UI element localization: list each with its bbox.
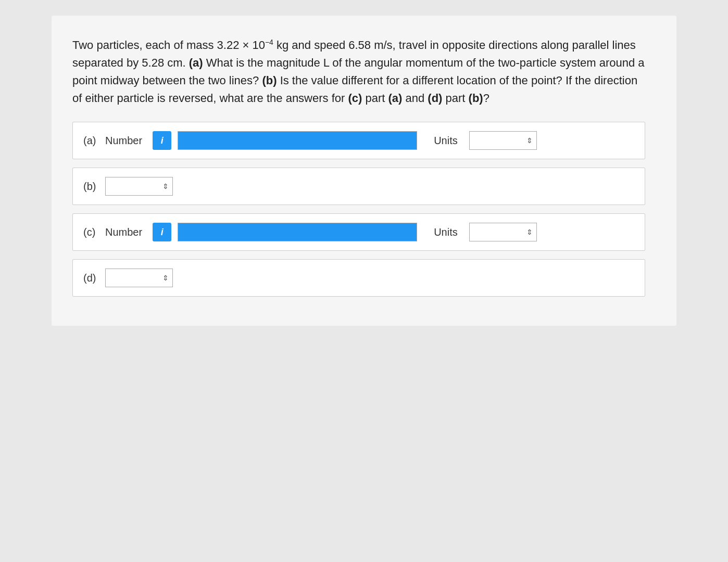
- part-a-number-input[interactable]: [178, 131, 417, 150]
- part-c-label: (c): [83, 226, 99, 238]
- part-c-info-button[interactable]: i: [153, 223, 171, 241]
- part-a-units-select[interactable]: kg·m²/s N·m·s J·s g·cm²/s: [469, 131, 537, 150]
- part-c-units-wrapper: kg·m²/s N·m·s J·s g·cm²/s: [469, 223, 537, 241]
- page-container: Two particles, each of mass 3.22 × 10−4 …: [52, 16, 676, 326]
- part-c-row: (c) Number i Units kg·m²/s N·m·s J·s g·c…: [73, 214, 645, 250]
- part-d-row: (d) Yes No: [73, 260, 645, 296]
- part-c-info-icon: i: [161, 227, 164, 238]
- part-a-info-icon: i: [161, 135, 164, 146]
- part-d-select-wrapper: Yes No: [105, 269, 173, 287]
- part-b-select-wrapper: Yes No: [105, 177, 173, 196]
- part-b-select[interactable]: Yes No: [105, 177, 173, 196]
- part-b-section: (b) Yes No: [72, 168, 645, 205]
- part-d-label: (d): [83, 272, 99, 284]
- part-c-number-input[interactable]: [178, 223, 417, 241]
- part-a-section: (a) Number i Units kg·m²/s N·m·s J·s g·c…: [72, 122, 645, 159]
- part-c-number-label: Number: [105, 226, 142, 238]
- part-b-row: (b) Yes No: [73, 168, 645, 205]
- part-b-label: (b): [83, 181, 99, 193]
- part-a-units-wrapper: kg·m²/s N·m·s J·s g·cm²/s: [469, 131, 537, 150]
- part-d-section: (d) Yes No: [72, 259, 645, 297]
- part-d-select[interactable]: Yes No: [105, 269, 173, 287]
- part-a-label: (a): [83, 135, 99, 147]
- part-a-units-label: Units: [434, 135, 458, 147]
- part-a-row: (a) Number i Units kg·m²/s N·m·s J·s g·c…: [73, 122, 645, 159]
- part-c-units-select[interactable]: kg·m²/s N·m·s J·s g·cm²/s: [469, 223, 537, 241]
- problem-text: Two particles, each of mass 3.22 × 10−4 …: [72, 36, 645, 107]
- part-c-units-label: Units: [434, 226, 458, 238]
- part-a-info-button[interactable]: i: [153, 131, 171, 150]
- part-a-number-label: Number: [105, 135, 142, 147]
- part-c-section: (c) Number i Units kg·m²/s N·m·s J·s g·c…: [72, 213, 645, 251]
